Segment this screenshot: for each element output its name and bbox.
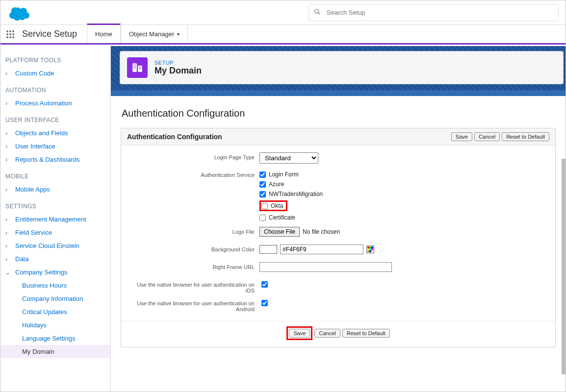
search-icon — [314, 8, 326, 17]
sidebar-item-entitlement-management[interactable]: ›Entitlement Management — [0, 213, 110, 226]
search-input[interactable] — [326, 8, 553, 17]
bg-color-label: Background Color — [132, 245, 259, 252]
sidebar-item-field-service[interactable]: ›Field Service — [0, 226, 110, 239]
sidebar-item-mobile-apps[interactable]: ›Mobile Apps — [0, 183, 110, 196]
cancel-button-top[interactable]: Cancel — [474, 132, 500, 141]
native-android-label: Use the native browser for user authenti… — [132, 298, 259, 312]
sidebar-item-label: Objects and Fields — [15, 129, 68, 137]
sidebar-item-label: Service Cloud Einstein — [15, 242, 79, 249]
chevron-right-icon: › — [5, 143, 13, 150]
svg-rect-28 — [371, 248, 373, 250]
bg-color-input[interactable] — [280, 245, 363, 254]
save-button-bottom[interactable]: Save — [289, 329, 310, 338]
page-header-band: SETUP My Domain — [111, 46, 566, 90]
choose-file-button[interactable]: Choose File — [259, 227, 300, 237]
reset-button-bottom[interactable]: Reset to Default — [342, 329, 390, 338]
auth-service-okta-checkbox[interactable] — [261, 203, 268, 209]
svg-rect-19 — [139, 67, 140, 68]
sidebar-item-process-automation[interactable]: ›Process Automation — [0, 97, 110, 110]
sidebar-item-user-interface[interactable]: ›User Interface — [0, 140, 110, 153]
reset-button-top[interactable]: Reset to Default — [502, 132, 549, 141]
svg-point-8 — [6, 36, 8, 38]
building-icon — [127, 57, 148, 78]
color-picker-icon[interactable] — [366, 245, 374, 253]
sidebar-section-automation: AUTOMATION — [0, 80, 110, 97]
nav-bar: Service Setup Home Object Manager ▾ — [0, 25, 566, 45]
right-frame-url-label: Right Frame URL — [132, 262, 259, 270]
setup-sidebar[interactable]: PLATFORM TOOLS ›Custom Code AUTOMATION ›… — [0, 46, 111, 392]
sidebar-item-label: Process Automation — [15, 99, 72, 107]
app-name: Service Setup — [20, 25, 87, 43]
sidebar-item-label: Reports & Dashboards — [15, 156, 80, 163]
chevron-right-icon: › — [5, 70, 13, 77]
sidebar-sub-company-information[interactable]: Company Information — [0, 292, 110, 305]
sidebar-item-service-cloud-einstein[interactable]: ›Service Cloud Einstein — [0, 239, 110, 252]
sidebar-item-company-settings[interactable]: ⌄Company Settings — [0, 266, 110, 279]
auth-service-certificate-checkbox[interactable] — [259, 215, 266, 221]
sidebar-sub-holidays[interactable]: Holidays — [0, 318, 110, 332]
chevron-right-icon: › — [5, 186, 13, 193]
sidebar-sub-business-hours[interactable]: Business Hours — [0, 279, 110, 292]
sidebar-section-platform-tools: PLATFORM TOOLS — [0, 50, 110, 67]
chevron-right-icon: › — [5, 130, 13, 137]
header-divider — [111, 90, 566, 96]
svg-rect-24 — [369, 246, 371, 248]
native-ios-checkbox[interactable] — [261, 281, 268, 288]
svg-point-10 — [12, 36, 14, 38]
auth-service-label-text: NWTradersMigration — [269, 191, 323, 197]
section-heading: Authentication Configuration — [122, 108, 556, 119]
login-page-type-select[interactable]: Standard — [259, 152, 318, 164]
login-page-type-label: Login Page Type — [132, 152, 259, 160]
chevron-right-icon: › — [5, 256, 13, 263]
auth-service-azure-checkbox[interactable] — [259, 181, 266, 188]
auth-service-label: Authentication Service — [132, 170, 259, 178]
sidebar-item-label: Entitlement Management — [15, 216, 86, 223]
svg-line-1 — [318, 13, 320, 15]
svg-point-6 — [9, 33, 11, 35]
sidebar-sub-critical-updates[interactable]: Critical Updates — [0, 305, 110, 318]
right-frame-url-input[interactable] — [259, 262, 392, 272]
okta-highlight: Okta — [259, 200, 287, 211]
svg-point-4 — [12, 30, 14, 32]
tab-home[interactable]: Home — [87, 24, 121, 43]
sidebar-item-data[interactable]: ›Data — [0, 252, 110, 266]
sidebar-item-label: Company Settings — [15, 269, 67, 276]
svg-rect-16 — [135, 66, 136, 67]
sidebar-item-label: Data — [15, 255, 28, 263]
logo-file-label: Logo File — [132, 227, 259, 235]
sidebar-item-reports-dashboards[interactable]: ›Reports & Dashboards — [0, 153, 110, 166]
svg-point-0 — [315, 9, 319, 13]
page-header-card: SETUP My Domain — [120, 51, 564, 84]
chevron-right-icon: › — [5, 243, 13, 249]
svg-rect-13 — [133, 65, 134, 66]
auth-service-label-text: Okta — [271, 202, 283, 209]
sidebar-item-objects-fields[interactable]: ›Objects and Fields — [0, 126, 110, 140]
svg-rect-14 — [135, 65, 136, 66]
search-setup-box[interactable] — [309, 4, 559, 21]
svg-point-9 — [9, 36, 11, 38]
sidebar-item-label: Mobile Apps — [15, 186, 50, 193]
tab-object-manager[interactable]: Object Manager ▾ — [121, 25, 188, 43]
panel-title: Authentication Configuration — [127, 133, 222, 141]
save-button-top[interactable]: Save — [451, 132, 472, 141]
auth-service-login-form-checkbox[interactable] — [259, 172, 266, 178]
sidebar-item-custom-code[interactable]: ›Custom Code — [0, 67, 110, 80]
svg-point-3 — [9, 30, 11, 32]
svg-point-7 — [12, 33, 14, 35]
no-file-chosen-text: No file chosen — [303, 228, 340, 235]
app-launcher-icon[interactable] — [0, 25, 20, 43]
sidebar-sub-language-settings[interactable]: Language Settings — [0, 332, 110, 345]
scrollbar-thumb[interactable] — [562, 159, 566, 374]
sidebar-sub-my-domain[interactable]: My Domain — [0, 345, 110, 358]
svg-rect-20 — [140, 67, 141, 68]
sidebar-item-label: Custom Code — [15, 70, 54, 77]
sidebar-section-mobile: MOBILE — [0, 166, 110, 183]
chevron-down-icon: ▾ — [177, 31, 180, 37]
sidebar-item-label: Field Service — [15, 229, 52, 236]
svg-rect-22 — [140, 68, 141, 69]
native-android-checkbox[interactable] — [261, 300, 268, 306]
sidebar-item-label: User Interface — [15, 143, 55, 150]
svg-rect-25 — [371, 246, 373, 248]
auth-service-nwtraders-checkbox[interactable] — [259, 191, 266, 197]
cancel-button-bottom[interactable]: Cancel — [314, 329, 340, 338]
